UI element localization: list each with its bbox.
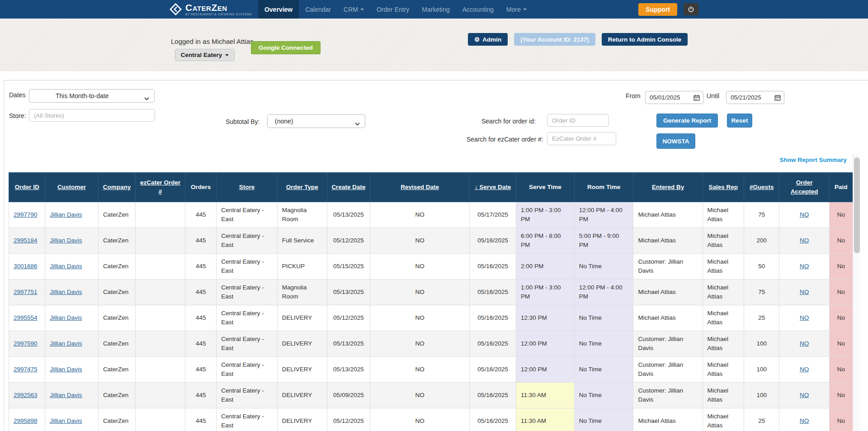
order_accepted-link[interactable]: NO xyxy=(800,340,809,347)
order_accepted-link[interactable]: NO xyxy=(800,237,809,244)
dates-select[interactable]: This Month-to-date xyxy=(29,89,155,103)
customer-link[interactable]: Jillian Davis xyxy=(50,417,82,424)
cell-room_time: No Time xyxy=(574,331,633,357)
chevron-down-icon xyxy=(523,9,527,10)
cell-order_type: DELIVERY xyxy=(277,357,327,383)
caterzen-logo[interactable]: CaterZen By Restaurant & Catering System… xyxy=(170,0,258,19)
cell-ezcater xyxy=(136,254,185,279)
column-header-sales_rep[interactable]: Sales Rep xyxy=(703,173,744,202)
nav-item-calendar[interactable]: Calendar xyxy=(299,0,337,19)
account-id-button[interactable]: (Your Account ID: 2137) xyxy=(514,33,595,46)
subtotal-select[interactable]: (none) xyxy=(267,114,365,128)
order_id-link[interactable]: 2995184 xyxy=(14,237,38,244)
google-connected-button[interactable]: Google Connected xyxy=(251,41,321,54)
until-date-input[interactable] xyxy=(726,94,770,101)
order_id-link[interactable]: 2997751 xyxy=(14,289,38,295)
orders-table: Order IDCustomerCompanyezCater Order #Or… xyxy=(9,172,853,431)
vertical-scrollbar[interactable] xyxy=(853,154,860,431)
cell-serve_time: 1:00 PM - 3:00 PM xyxy=(516,279,574,305)
cell-order_type: DELIVERY xyxy=(277,305,327,331)
nav-item-label: Accounting xyxy=(462,6,494,13)
nav-item-marketing[interactable]: Marketing xyxy=(415,0,456,19)
order_id-link[interactable]: 2992563 xyxy=(14,392,38,398)
nav-item-more[interactable]: More xyxy=(500,0,533,19)
column-header-serve_date[interactable]: ↓ Serve Date xyxy=(470,173,516,202)
cell-order_type: Magnolia Room xyxy=(277,202,327,228)
power-button[interactable] xyxy=(684,3,698,15)
column-header-create_date[interactable]: Create Date xyxy=(327,173,370,202)
order_accepted-link[interactable]: NO xyxy=(800,289,809,295)
column-header-company[interactable]: Company xyxy=(98,173,135,202)
customer-link[interactable]: Jillian Davis xyxy=(50,237,82,244)
cell-room_time: 5:00 PM - 9:00 PM xyxy=(574,228,633,254)
admin-button[interactable]: ⚙ Admin xyxy=(468,33,508,46)
cell-create_date: 05/13/2025 xyxy=(327,279,370,305)
order_id-link[interactable]: 2997475 xyxy=(14,366,38,373)
customer-link[interactable]: Jillian Davis xyxy=(50,263,82,270)
show-report-summary-link[interactable]: Show Report Summary xyxy=(779,156,847,163)
column-header-revised_date[interactable]: Revised Date xyxy=(370,173,470,202)
report-panel: Dates This Month-to-date Store: Subtotal… xyxy=(4,80,868,431)
customer-link[interactable]: Jillian Davis xyxy=(50,392,82,398)
cell-create_date: 05/12/2025 xyxy=(327,228,370,254)
cell-revised_date: NO xyxy=(370,331,470,357)
support-button[interactable]: Support xyxy=(638,3,677,16)
order_accepted-link[interactable]: NO xyxy=(800,211,809,218)
cell-guests: 75 xyxy=(744,202,779,228)
store-selector-button[interactable]: Central Eatery xyxy=(175,49,235,61)
order_accepted-link[interactable]: NO xyxy=(800,392,809,398)
nav-item-label: Calendar xyxy=(305,6,331,13)
cell-company: CaterZen xyxy=(98,408,135,431)
order_id-link[interactable]: 2995898 xyxy=(14,417,38,424)
column-header-customer[interactable]: Customer xyxy=(45,173,99,202)
generate-report-button[interactable]: Generate Report xyxy=(656,114,718,128)
cell-company: CaterZen xyxy=(98,331,135,357)
cell-ezcater xyxy=(136,279,185,305)
from-date-input[interactable] xyxy=(646,94,689,101)
cell-order_accepted: NO xyxy=(779,305,829,331)
order_accepted-link[interactable]: NO xyxy=(800,417,809,424)
column-header-ezcater[interactable]: ezCater Order # xyxy=(136,173,185,202)
nav-item-overview[interactable]: Overview xyxy=(258,0,299,19)
customer-link[interactable]: Jillian Davis xyxy=(50,289,82,295)
customer-link[interactable]: Jillian Davis xyxy=(50,366,82,373)
reset-button[interactable]: Reset xyxy=(727,114,752,128)
order_accepted-link[interactable]: NO xyxy=(800,263,809,270)
scrollbar-thumb[interactable] xyxy=(854,157,860,253)
cell-orders: 445 xyxy=(185,202,217,228)
column-header-store[interactable]: Store xyxy=(217,173,277,202)
column-header-order_accepted[interactable]: Order Accepted xyxy=(779,173,829,202)
nowsta-button[interactable]: NOWSTA xyxy=(656,133,695,149)
ezcater-order-input[interactable] xyxy=(547,132,616,145)
nav-item-accounting[interactable]: Accounting xyxy=(456,0,500,19)
cell-ezcater xyxy=(136,383,185,408)
cell-order_id: 2997751 xyxy=(9,279,45,305)
column-header-order_id[interactable]: Order ID xyxy=(9,173,45,202)
return-admin-console-button[interactable]: Return to Admin Console xyxy=(602,33,688,46)
cell-orders: 445 xyxy=(185,383,217,408)
order_id-link[interactable]: 3001686 xyxy=(14,263,38,270)
nav-item-order-entry[interactable]: Order Entry xyxy=(370,0,415,19)
cell-order_id: 3001686 xyxy=(9,254,45,279)
order_accepted-link[interactable]: NO xyxy=(800,366,809,373)
customer-link[interactable]: Jillian Davis xyxy=(50,211,82,218)
order_id-link[interactable]: 2997790 xyxy=(14,211,38,218)
cell-order_accepted: NO xyxy=(779,408,829,431)
column-header-guests[interactable]: #Guests xyxy=(744,173,779,202)
calendar-icon[interactable] xyxy=(690,95,703,101)
subtotal-label: Subtotal By: xyxy=(226,118,260,125)
customer-link[interactable]: Jillian Davis xyxy=(50,314,82,321)
cell-order_type: DELIVERY xyxy=(277,331,327,357)
column-header-entered_by[interactable]: Entered By xyxy=(633,173,703,202)
order-id-input[interactable] xyxy=(547,114,609,127)
column-header-order_type[interactable]: Order Type xyxy=(277,173,327,202)
customer-link[interactable]: Jillian Davis xyxy=(50,340,82,347)
calendar-icon[interactable] xyxy=(771,95,784,101)
nav-item-crm[interactable]: CRM xyxy=(337,0,370,19)
order_accepted-link[interactable]: NO xyxy=(800,314,809,321)
cell-customer: Jillian Davis xyxy=(45,279,99,305)
cell-paid: No xyxy=(829,331,853,357)
order_id-link[interactable]: 2997590 xyxy=(14,340,38,347)
order_id-link[interactable]: 2995554 xyxy=(14,314,38,321)
store-input[interactable] xyxy=(29,109,155,122)
